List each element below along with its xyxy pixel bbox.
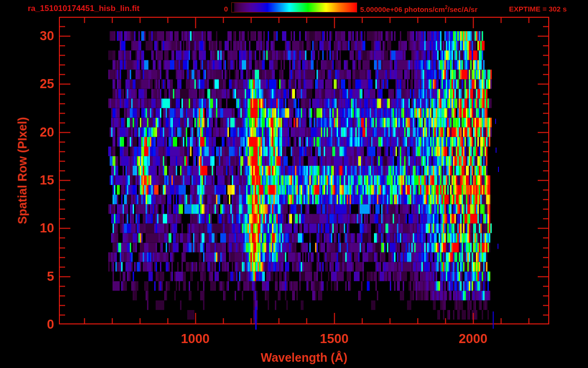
colorbar <box>231 2 357 12</box>
plot-title-filename: ra_151010174451_hisb_lin.fit <box>28 4 139 13</box>
exptime-label: EXPTIME = 302 s <box>509 5 566 13</box>
y-tick-label: 10 <box>40 221 54 236</box>
colorbar-min-label: 0 <box>215 5 228 13</box>
spectrogram-plot <box>0 0 588 368</box>
colorbar-unit-suffix: /sec/A/sr <box>448 5 478 13</box>
y-tick-label: 5 <box>47 269 54 284</box>
y-tick-label: 30 <box>40 29 54 44</box>
colorbar-max-value: 5.00000e+06 photons/cm <box>360 5 445 13</box>
y-tick-label: 20 <box>40 125 54 139</box>
colorbar-max-label: 5.00000e+06 photons/cm2/sec/A/sr <box>360 5 477 13</box>
y-tick-label: 25 <box>40 77 54 92</box>
y-tick-label: 0 <box>47 317 54 332</box>
x-tick-label: 2000 <box>459 332 487 346</box>
y-axis-title: Spatial Row (PIxel) <box>16 117 30 224</box>
x-tick-label: 1000 <box>181 332 210 346</box>
y-tick-label: 15 <box>40 173 54 188</box>
spectrogram-window: { "header": { "title": "ra_151010174451_… <box>0 0 588 368</box>
x-tick-label: 1500 <box>320 332 349 346</box>
x-axis-title: Wavelength (Å) <box>260 351 347 365</box>
